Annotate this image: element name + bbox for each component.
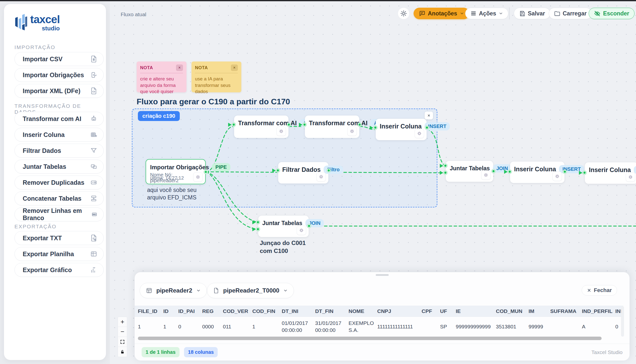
- input-handle[interactable]: [252, 227, 256, 231]
- node-juntar-tabelas-bottom[interactable]: Juntar Tabelas JOIN: [258, 216, 309, 237]
- sticky-note-yellow[interactable]: NOTA × use a IA para transformar seus da…: [191, 62, 241, 92]
- output-handle[interactable]: [327, 169, 330, 172]
- note-close-button[interactable]: ×: [231, 64, 238, 71]
- input-handle[interactable]: [444, 171, 447, 174]
- actions-button[interactable]: Ações: [465, 8, 508, 19]
- lock-icon: [120, 349, 125, 354]
- input-handle[interactable]: [228, 123, 232, 127]
- output-handle[interactable]: [425, 126, 429, 129]
- input-handle[interactable]: [303, 123, 306, 126]
- table-cell: 11111111111111: [377, 323, 421, 330]
- table-cell: 01/01/2017 00:00:00: [282, 320, 315, 334]
- vertical-scrollbar[interactable]: [621, 306, 624, 336]
- table-selector-dropdown[interactable]: pipeReader2_T0000: [207, 283, 294, 298]
- save-button[interactable]: Salvar: [514, 8, 550, 19]
- node-settings-button[interactable]: [481, 170, 491, 180]
- sidebar-item-exportar-planilha[interactable]: Exportar Planilha: [15, 247, 104, 261]
- input-handle[interactable]: [256, 220, 260, 224]
- sidebar-item-remover-duplicadas[interactable]: Remover Duplicadas: [15, 176, 104, 190]
- table-cell: 31/01/2017 00:00:00: [315, 320, 349, 334]
- gear-icon: [279, 128, 284, 134]
- fullscreen-icon: [120, 339, 125, 344]
- output-handle[interactable]: [204, 170, 207, 174]
- input-handle[interactable]: [374, 126, 377, 129]
- table-cell: 011: [223, 323, 252, 330]
- sidebar-item-inserir-coluna[interactable]: Inserir Coluna: [15, 128, 104, 142]
- zoom-in-button[interactable]: +: [118, 317, 127, 327]
- node-transformar-com-ai-2[interactable]: Transformar com AI AI: [305, 116, 359, 138]
- output-handle[interactable]: [307, 224, 311, 228]
- sidebar-item-remover-linhas-em-branco[interactable]: Remover Linhas em Branco: [15, 208, 104, 221]
- input-handle[interactable]: [276, 169, 280, 172]
- column-header: NOME: [349, 308, 377, 314]
- input-handle[interactable]: [440, 164, 443, 168]
- output-handle[interactable]: [287, 123, 290, 126]
- node-settings-button[interactable]: [552, 172, 562, 181]
- sidebar-item-exportar-txt[interactable]: Exportar TXT: [15, 231, 104, 245]
- canvas-zoom-controls: + −: [118, 317, 127, 357]
- column-header: ID: [163, 308, 178, 314]
- input-handle[interactable]: [583, 171, 586, 174]
- zoom-out-button[interactable]: −: [118, 327, 127, 337]
- sidebar-item-concatenar-tabelas[interactable]: Concatenar Tabelas: [15, 192, 104, 206]
- group-close-button[interactable]: ×: [425, 112, 433, 120]
- output-handle[interactable]: [563, 170, 566, 173]
- node-inserir-coluna-top[interactable]: Inserir Coluna INSERT: [376, 119, 427, 140]
- node-settings-button[interactable]: [626, 172, 635, 182]
- group-label[interactable]: criação c190: [138, 111, 180, 121]
- input-handle[interactable]: [440, 171, 443, 175]
- input-handle[interactable]: [508, 170, 511, 173]
- sidebar-item-importar-obrigacoes[interactable]: Importar Obrigações: [15, 68, 104, 82]
- sidebar-item-filtrar-dados[interactable]: Filtrar Dados: [15, 144, 104, 158]
- node-settings-button[interactable]: [193, 172, 203, 182]
- input-handle[interactable]: [504, 170, 508, 174]
- node-settings-button[interactable]: [316, 172, 326, 182]
- output-handle[interactable]: [492, 170, 495, 173]
- input-handle[interactable]: [370, 126, 373, 130]
- save-icon: [519, 10, 525, 17]
- input-handle[interactable]: [232, 123, 235, 126]
- node-transformar-com-ai-1[interactable]: Transformar com AI AI: [234, 116, 288, 138]
- input-handle[interactable]: [579, 171, 582, 175]
- column-header: IND_PERFIL: [582, 308, 615, 314]
- input-handle[interactable]: [299, 123, 302, 127]
- node-inserir-coluna-2[interactable]: Inserir Coluna INSERT: [510, 162, 564, 183]
- horizontal-scrollbar[interactable]: [138, 336, 602, 340]
- panel-footer: 1 de 1 linhas 18 colunas Taxcel Studio: [135, 344, 629, 360]
- lock-button[interactable]: [118, 347, 127, 357]
- input-handle[interactable]: [256, 228, 260, 231]
- node-selector-dropdown[interactable]: pipeReader2: [140, 283, 207, 298]
- sidebar-item-exportar-grafico[interactable]: Exportar Gráfico: [15, 263, 104, 277]
- output-handle[interactable]: [358, 123, 361, 126]
- data-preview-panel: pipeReader2 pipeReader2_T0000 Fechar FIL…: [135, 272, 629, 360]
- node-juntar-tabelas-right[interactable]: Juntar Tabelas JOIN: [446, 161, 493, 182]
- node-settings-button[interactable]: [347, 126, 357, 136]
- gear-icon: [400, 10, 407, 17]
- settings-button[interactable]: [398, 8, 410, 20]
- file-code-icon: [90, 87, 97, 94]
- input-handle[interactable]: [252, 220, 256, 224]
- node-settings-button[interactable]: [277, 126, 286, 136]
- node-inserir-coluna-3[interactable]: Inserir Coluna INSERT: [585, 162, 636, 184]
- gear-icon: [628, 174, 633, 180]
- fit-view-button[interactable]: [118, 337, 127, 347]
- load-button[interactable]: Carregar: [549, 8, 592, 19]
- close-panel-button[interactable]: Fechar: [582, 285, 617, 296]
- panel-drag-handle[interactable]: [376, 274, 389, 276]
- node-filtrar-dados[interactable]: Filtrar Dados Filtro: [278, 162, 328, 184]
- sidebar-item-transformar-com-ai[interactable]: Transformar com AI: [15, 112, 104, 126]
- table-icon: [146, 287, 152, 294]
- node-type-badge: Filtro: [324, 166, 343, 174]
- node-settings-button[interactable]: [414, 129, 424, 138]
- node-settings-button[interactable]: [297, 226, 306, 235]
- input-handle[interactable]: [444, 164, 447, 167]
- sidebar-item-juntar-tabelas[interactable]: Juntar Tabelas: [15, 160, 104, 174]
- sidebar-item-importar-xml[interactable]: Importar XML (DFe): [15, 84, 104, 98]
- hide-button[interactable]: Esconder: [589, 8, 634, 19]
- annotations-button[interactable]: Anotações: [413, 8, 470, 19]
- note-close-button[interactable]: ×: [176, 64, 183, 71]
- sticky-note-pink[interactable]: NOTA × crie e altere seu arquivo da form…: [137, 62, 186, 92]
- sidebar-item-importar-csv[interactable]: Importar CSV: [15, 52, 104, 66]
- input-handle[interactable]: [272, 168, 276, 172]
- node-importar-obrigacoes[interactable]: Importar Obrigações PIPE Nome Nó: pipeRe…: [146, 159, 206, 184]
